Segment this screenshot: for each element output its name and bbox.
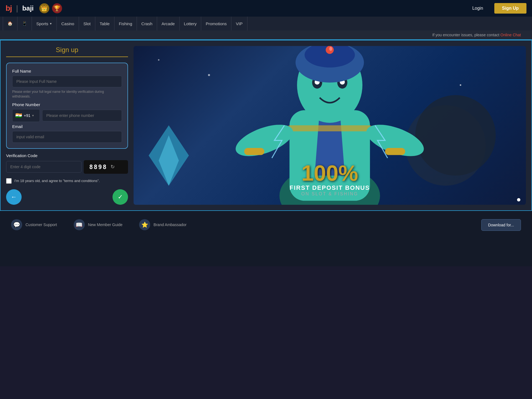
nav-sports[interactable]: Sports ▼: [32, 17, 57, 30]
verify-row: 8898 ↻: [6, 160, 128, 174]
nav-casino-label: Casino: [61, 21, 74, 26]
verify-input[interactable]: [6, 161, 81, 173]
notice-text: If you encounter issues, please contact: [432, 33, 499, 37]
logo-bj: bj: [6, 4, 12, 13]
footer-row: 💬 Customer Support 📖 New Member Guide ⭐ …: [11, 219, 521, 231]
bonus-text-area: 100% FIRST DEPOSIT BONUS ON SLOT & FISHI…: [290, 162, 370, 196]
footer-customer-support: 💬 Customer Support: [11, 219, 57, 230]
chevron-icon: ▾: [32, 114, 34, 117]
email-input[interactable]: [12, 131, 122, 143]
bonus-title: FIRST DEPOSIT BONUS: [290, 184, 370, 191]
nav-slot[interactable]: Slot: [79, 17, 95, 30]
signup-container: Sign up Full Name Please enter your full…: [6, 46, 128, 205]
svg-point-20: [232, 118, 297, 163]
nav-fishing[interactable]: Fishing: [114, 17, 137, 30]
country-code: +91: [24, 113, 30, 118]
nav-fishing-label: Fishing: [119, 21, 132, 26]
nav-vip[interactable]: VIP: [231, 17, 247, 30]
mobile-icon: 📱: [22, 21, 27, 26]
svg-rect-23: [385, 148, 405, 155]
captcha-code: 8898: [89, 163, 107, 170]
email-label: Email: [12, 124, 122, 129]
logo-divider: |: [16, 4, 18, 13]
action-row: ← ✓: [6, 189, 128, 205]
new-member-icon: 📖: [74, 219, 85, 230]
next-button[interactable]: ✓: [112, 189, 128, 205]
verify-label: Verification Code: [6, 153, 128, 158]
chevron-down-icon: ▼: [49, 22, 52, 25]
svg-point-9: [460, 84, 461, 86]
nav-vip-label: VIP: [236, 21, 242, 26]
download-button[interactable]: Download for...: [481, 219, 521, 231]
flag-icon: 🇮🇳: [15, 112, 22, 119]
bonus-subtitle: ON SLOT & FISHING: [290, 191, 370, 196]
main-nav: 🏠 📱 Sports ▼ Casino Slot Table Fishing C…: [0, 17, 532, 30]
svg-point-32: [329, 47, 332, 51]
logo-area: bj | baji: [6, 4, 34, 13]
promo-icons: 👑 🏆: [39, 3, 62, 13]
check-icon: ✓: [118, 193, 123, 201]
nav-slot-label: Slot: [83, 21, 91, 26]
full-name-label: Full Name: [12, 69, 122, 73]
signup-title: Sign up: [6, 46, 128, 57]
terms-checkbox[interactable]: [6, 178, 12, 184]
nav-mobile[interactable]: 📱: [17, 17, 32, 30]
nav-crash-label: Crash: [141, 21, 152, 26]
nav-lottery-label: Lottery: [184, 21, 197, 26]
terms-row: I'm 18 years old, and agree to "terms an…: [6, 178, 128, 184]
promo-icon-1[interactable]: 👑: [39, 3, 49, 13]
brand-ambassador-icon: ⭐: [139, 219, 150, 230]
footer-new-member: 📖 New Member Guide: [74, 219, 123, 230]
header: bj | baji 👑 🏆 Login Sign Up: [0, 0, 532, 17]
form-card: Full Name Please enter your full legal n…: [6, 63, 128, 149]
nav-promotions-label: Promotions: [206, 21, 227, 26]
download-area: Download for...: [481, 219, 521, 231]
signup-button[interactable]: Sign Up: [494, 3, 526, 14]
notice-link[interactable]: Online Chat: [500, 33, 521, 37]
nav-home[interactable]: 🏠: [3, 17, 17, 30]
nav-table[interactable]: Table: [95, 17, 114, 30]
svg-point-8: [208, 74, 210, 76]
notice-bar: If you encounter issues, please contact …: [0, 30, 532, 40]
nav-lottery[interactable]: Lottery: [180, 17, 201, 30]
bonus-percent: 100%: [290, 162, 370, 184]
back-arrow-icon: ←: [11, 193, 17, 201]
brand-ambassador-label: Brand Ambassador: [154, 222, 186, 227]
nav-crash[interactable]: Crash: [137, 17, 157, 30]
promo-icon-2[interactable]: 🏆: [52, 3, 62, 13]
nav-casino[interactable]: Casino: [57, 17, 79, 30]
back-button[interactable]: ←: [6, 189, 22, 205]
login-button[interactable]: Login: [467, 4, 488, 13]
customer-support-label: Customer Support: [25, 222, 57, 227]
verify-section: Verification Code 8898 ↻: [6, 153, 128, 174]
phone-label: Phone Number: [12, 102, 122, 107]
svg-rect-19: [287, 125, 373, 131]
phone-input[interactable]: [42, 110, 122, 121]
nav-table-label: Table: [100, 21, 110, 26]
footer-brand-ambassador: ⭐ Brand Ambassador: [139, 219, 186, 230]
terms-text: I'm 18 years old, and agree to "terms an…: [14, 179, 100, 183]
home-icon: 🏠: [7, 21, 13, 26]
phone-row: 🇮🇳 +91 ▾: [12, 109, 122, 122]
full-name-input[interactable]: [12, 76, 122, 87]
country-selector[interactable]: 🇮🇳 +91 ▾: [12, 109, 40, 122]
logo-baji: baji: [22, 4, 34, 12]
customer-support-icon: 💬: [11, 219, 22, 230]
nav-arcade-label: Arcade: [162, 21, 175, 26]
svg-point-11: [415, 95, 496, 175]
svg-point-7: [158, 59, 159, 61]
main-content: Sign up Full Name Please enter your full…: [0, 40, 532, 211]
footer: 💬 Customer Support 📖 New Member Guide ⭐ …: [0, 211, 532, 266]
nav-arcade[interactable]: Arcade: [157, 17, 180, 30]
carousel-dot[interactable]: [517, 198, 520, 201]
new-member-label: New Member Guide: [88, 222, 123, 227]
full-name-hint: Please enter your full legal name for id…: [12, 89, 122, 99]
captcha-box: 8898 ↻: [84, 160, 128, 174]
svg-rect-22: [244, 148, 264, 155]
nav-sports-label: Sports: [36, 21, 48, 26]
nav-promotions[interactable]: Promotions: [201, 17, 231, 30]
banner-area: 100% FIRST DEPOSIT BONUS ON SLOT & FISHI…: [134, 46, 526, 205]
refresh-icon[interactable]: ↻: [111, 164, 115, 170]
